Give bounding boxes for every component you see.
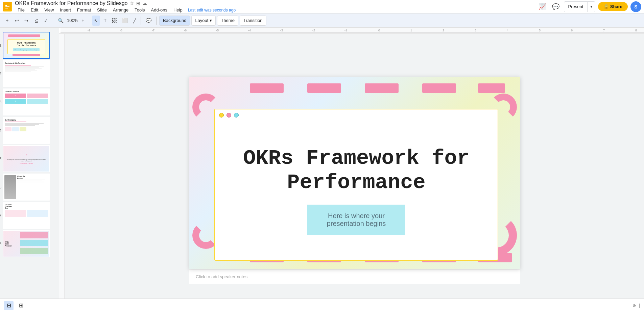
bottom-left: ⊟ ⊞ <box>4 301 26 310</box>
svg-text:3: 3 <box>475 29 476 32</box>
menu-view[interactable]: View <box>42 7 56 13</box>
cursor-icon: | <box>639 303 640 308</box>
deco-bar-top-1 <box>250 83 284 93</box>
svg-text:-8: -8 <box>120 29 122 32</box>
share-button[interactable]: 🔒 Share <box>598 2 628 11</box>
fit-screen-btn[interactable]: ⊕ <box>633 303 636 308</box>
comments-icon[interactable]: 💬 <box>550 1 561 12</box>
slide-number-8: 8 <box>0 242 1 246</box>
menu-tools[interactable]: Tools <box>132 7 147 13</box>
svg-rect-3 <box>5 8 8 8</box>
slide-thumb-5[interactable]: 5 " This is a quote words full of wisdom… <box>3 145 56 172</box>
toolbar-shapes-btn[interactable]: ⬜ <box>120 16 130 26</box>
svg-text:-6: -6 <box>184 29 187 32</box>
toolbar-divider-1 <box>53 17 53 25</box>
menu-file[interactable]: File <box>15 7 27 13</box>
toolbar-comment-btn[interactable]: 💬 <box>144 16 153 26</box>
menu-insert[interactable]: Insert <box>57 7 74 13</box>
toolbar-spellcheck-btn[interactable]: ✓ <box>42 16 50 26</box>
present-dropdown-arrow[interactable]: ▼ <box>587 2 595 12</box>
toolbar: ＋ ↩ ↪ 🖨 ✓ 🔍 100% + ↖ T 🖼 ⬜ ╱ 💬 Backgroun… <box>0 14 644 28</box>
svg-text:6: 6 <box>571 29 573 32</box>
slide-thumb-4[interactable]: 4 Our Company <box>3 117 56 144</box>
slide-inner-7[interactable]: The SlideTitle GoesHere <box>3 202 50 229</box>
canvas-scroll[interactable]: OKRs Framework for Performance Here is w… <box>65 34 644 312</box>
toolbar-redo-btn[interactable]: ↪ <box>22 16 30 26</box>
svg-rect-2 <box>5 6 9 7</box>
menu-edit[interactable]: Edit <box>28 7 41 13</box>
slide-panel: 1 OKRs Frameworkfor Performance Here is … <box>0 28 59 312</box>
toolbar-image-btn[interactable]: 🖼 <box>110 16 119 26</box>
deco-bar-top-5 <box>478 83 505 93</box>
cloud-icon[interactable]: ☁ <box>142 1 147 6</box>
toolbar-undo-btn[interactable]: ↩ <box>13 16 21 26</box>
slide-inner-5[interactable]: " This is a quote words full of wisdom t… <box>3 145 50 172</box>
drive-icon[interactable]: ⊞ <box>136 1 140 6</box>
menu-help[interactable]: Help <box>171 7 185 13</box>
toolbar-divider-2 <box>89 17 89 25</box>
toolbar-print-btn[interactable]: 🖨 <box>32 16 41 26</box>
menu-bar: File Edit View Insert Format Slide Arran… <box>15 7 537 13</box>
toolbar-select-tool[interactable]: ↖ <box>92 16 100 26</box>
toolbar-background-btn[interactable]: Background <box>159 16 190 26</box>
slide-view-btn[interactable]: ⊟ <box>4 301 14 310</box>
slide-number-4: 4 <box>0 128 1 132</box>
toolbar-layout-btn[interactable]: Layout▾ <box>191 16 216 26</box>
top-bar: OKRs Framework for Performance by Slides… <box>0 0 644 14</box>
svg-text:-9: -9 <box>88 29 90 32</box>
doc-title[interactable]: OKRs Framework for Performance by Slides… <box>15 0 127 6</box>
browser-chrome <box>215 109 498 121</box>
browser-dot-cyan <box>234 113 239 118</box>
main-slide[interactable]: OKRs Framework for Performance Here is w… <box>189 77 520 269</box>
svg-rect-1 <box>5 5 7 6</box>
slide-inner-8[interactable]: Stop,Start,Proceed <box>3 230 50 257</box>
slide-thumb-8[interactable]: 8 Stop,Start,Proceed <box>3 230 56 257</box>
main-slide-container: OKRs Framework for Performance Here is w… <box>189 77 520 269</box>
toolbar-theme-btn[interactable]: Theme <box>217 16 238 26</box>
slide-inner-2[interactable]: Contents of this Template <box>3 60 50 87</box>
slide-number-7: 7 <box>0 213 1 217</box>
notes-area[interactable]: Click to add speaker notes <box>189 269 520 284</box>
toolbar-line-btn[interactable]: ╱ <box>131 16 138 26</box>
star-icon[interactable]: ☆ <box>129 0 134 6</box>
toolbar-textbox-btn[interactable]: T <box>101 16 109 26</box>
menu-format[interactable]: Format <box>74 7 94 13</box>
toolbar-zoom-out[interactable]: 🔍 <box>56 16 66 26</box>
slide-thumb-3[interactable]: 3 Table of Contents 01 02 <box>3 88 56 115</box>
menu-slide[interactable]: Slide <box>94 7 110 13</box>
bottom-right: ⊕ | <box>633 303 640 308</box>
user-avatar[interactable]: S <box>630 1 641 12</box>
slide-inner-4[interactable]: Our Company <box>3 117 50 144</box>
svg-text:-3: -3 <box>280 29 283 32</box>
notes-placeholder[interactable]: Click to add speaker notes <box>196 274 247 279</box>
menu-arrange[interactable]: Arrange <box>110 7 131 13</box>
svg-text:-4: -4 <box>248 29 251 32</box>
toolbar-zoom-in[interactable]: + <box>79 16 86 26</box>
svg-text:-1: -1 <box>344 29 347 32</box>
slide-thumb-7[interactable]: 7 The SlideTitle GoesHere <box>3 202 56 229</box>
grid-view-btn[interactable]: ⊞ <box>16 301 26 310</box>
subtitle-box[interactable]: Here is where your presentation begins <box>307 205 405 235</box>
menu-addons[interactable]: Add-ons <box>148 7 170 13</box>
toolbar-divider-3 <box>141 17 141 25</box>
toolbar-divider-4 <box>156 17 157 25</box>
slide-main-title[interactable]: OKRs Framework for Performance <box>222 146 491 194</box>
slide-thumb-6[interactable]: 6 About theProject <box>3 174 56 201</box>
svg-text:4: 4 <box>507 29 508 32</box>
slide-inner-3[interactable]: Table of Contents 01 02 <box>3 88 50 115</box>
toolbar-new-btn[interactable]: ＋ <box>3 16 11 26</box>
toolbar-transition-btn[interactable]: Transition <box>240 16 266 26</box>
slide-inner-6[interactable]: About theProject <box>3 174 50 201</box>
svg-text:-5: -5 <box>216 29 219 32</box>
present-button[interactable]: Present ▼ <box>564 1 596 12</box>
browser-frame[interactable]: OKRs Framework for Performance Here is w… <box>214 109 498 261</box>
top-right-actions: 📈 💬 Present ▼ 🔒 Share S <box>537 1 641 12</box>
analytics-icon[interactable]: 📈 <box>537 1 548 12</box>
svg-text:5: 5 <box>539 29 541 32</box>
slide-thumb-2[interactable]: 2 Contents of this Template <box>3 60 56 87</box>
main-layout: 1 OKRs Frameworkfor Performance Here is … <box>0 28 644 312</box>
present-label[interactable]: Present <box>564 4 588 9</box>
slide-thumb-1[interactable]: 1 OKRs Frameworkfor Performance Here is … <box>3 32 56 59</box>
slide-inner-1[interactable]: OKRs Frameworkfor Performance Here is wh… <box>3 32 50 59</box>
app-icon[interactable] <box>3 2 12 11</box>
